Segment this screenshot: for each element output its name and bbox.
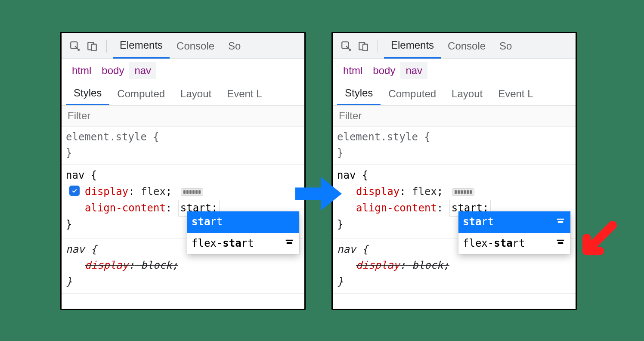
- filter-input[interactable]: [62, 105, 304, 126]
- tab-elements[interactable]: Elements: [113, 33, 170, 59]
- decl-display-ua: display: block;: [66, 257, 300, 273]
- crumb-html[interactable]: html: [338, 62, 368, 79]
- devtools-panel-after: Elements Console So html body nav Styles…: [331, 32, 577, 310]
- svg-rect-2: [92, 44, 96, 50]
- selector-element-style: element.style {: [66, 129, 300, 145]
- svg-rect-8: [557, 219, 564, 220]
- rule-nav-author[interactable]: nav { display: flex; align-content: star…: [333, 165, 576, 239]
- device-toggle-icon[interactable]: [358, 40, 369, 52]
- crumb-nav[interactable]: nav: [400, 62, 427, 79]
- align-start-preview-icon: [555, 217, 566, 227]
- svg-rect-7: [363, 44, 368, 50]
- subtab-styles[interactable]: Styles: [66, 82, 109, 105]
- selector-element-style: element.style {: [337, 129, 571, 145]
- filter-row: [333, 105, 576, 127]
- device-toggle-icon[interactable]: [87, 40, 98, 52]
- rule-element-style[interactable]: element.style { }: [62, 127, 304, 165]
- prop-display[interactable]: display: [356, 186, 399, 198]
- rule-nav-author[interactable]: nav { display: flex; align-content: star…: [62, 165, 304, 239]
- styles-subtabs: Styles Computed Layout Event L: [62, 82, 304, 105]
- val-display[interactable]: flex: [412, 186, 437, 198]
- styles-rules: element.style { } nav { display: flex; a…: [62, 127, 304, 294]
- brace-close: }: [337, 274, 571, 290]
- toolbar-divider: [378, 40, 378, 53]
- tab-sources[interactable]: So: [221, 33, 248, 59]
- subtab-styles[interactable]: Styles: [337, 82, 381, 105]
- filter-row: [62, 105, 304, 127]
- crumb-body[interactable]: body: [96, 62, 129, 79]
- checkbox-icon[interactable]: [69, 186, 80, 196]
- breadcrumb: html body nav: [333, 59, 576, 82]
- callout-arrow-icon: [576, 219, 619, 264]
- tab-console[interactable]: Console: [441, 33, 492, 59]
- devtools-toolbar: Elements Console So: [62, 33, 304, 59]
- subtab-computed[interactable]: Computed: [109, 82, 173, 105]
- styles-subtabs: Styles Computed Layout Event L: [333, 82, 576, 105]
- crumb-nav[interactable]: nav: [129, 62, 156, 79]
- arrow-right-icon: [293, 168, 344, 221]
- rule-element-style[interactable]: element.style { }: [333, 127, 576, 165]
- tab-console[interactable]: Console: [170, 33, 221, 59]
- breadcrumb: html body nav: [62, 59, 304, 82]
- ac-option-start[interactable]: start: [458, 211, 570, 232]
- selector-nav-ua: nav {: [337, 242, 571, 257]
- selector-nav: nav {: [337, 167, 571, 183]
- subtab-computed[interactable]: Computed: [381, 82, 444, 105]
- crumb-html[interactable]: html: [67, 62, 96, 79]
- inspect-icon[interactable]: [341, 40, 352, 52]
- svg-rect-9: [558, 221, 564, 223]
- brace-close: }: [337, 145, 571, 161]
- rule-nav-ua[interactable]: nav { display: block; }: [62, 239, 304, 294]
- subtab-event[interactable]: Event L: [490, 82, 541, 105]
- decl-display[interactable]: display: flex;: [337, 184, 571, 200]
- prop-align-content[interactable]: align-content: [85, 202, 166, 214]
- subtab-layout[interactable]: Layout: [173, 82, 219, 105]
- brace-close: }: [66, 145, 300, 161]
- tab-sources[interactable]: So: [492, 33, 519, 59]
- toolbar-divider: [106, 40, 107, 53]
- brace-close: }: [66, 274, 300, 290]
- flex-editor-icon[interactable]: [452, 188, 474, 196]
- devtools-toolbar: Elements Console So: [333, 33, 576, 59]
- subtab-event[interactable]: Event L: [219, 82, 269, 105]
- subtab-layout[interactable]: Layout: [444, 82, 490, 105]
- tab-elements[interactable]: Elements: [384, 33, 441, 59]
- decl-display-ua: display: block;: [337, 257, 571, 273]
- decl-display[interactable]: display: flex;: [66, 184, 300, 200]
- prop-align-content[interactable]: align-content: [356, 202, 437, 214]
- prop-display[interactable]: display: [85, 186, 128, 198]
- devtools-panel-before: Elements Console So html body nav Styles…: [60, 32, 306, 310]
- selector-nav: nav {: [66, 167, 300, 183]
- flex-editor-icon[interactable]: [181, 188, 203, 196]
- ac-option-start[interactable]: start: [187, 211, 299, 232]
- styles-rules: element.style { } nav { display: flex; a…: [333, 127, 576, 294]
- filter-input[interactable]: [333, 105, 576, 126]
- inspect-icon[interactable]: [69, 40, 80, 52]
- val-display[interactable]: flex: [141, 186, 166, 198]
- rule-nav-ua[interactable]: nav { display: block; }: [333, 239, 576, 294]
- crumb-body[interactable]: body: [368, 62, 400, 79]
- selector-nav-ua: nav {: [66, 242, 300, 257]
